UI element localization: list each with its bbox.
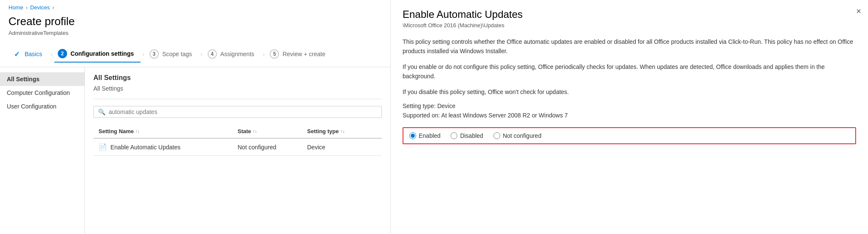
wizard-steps: ✓ Basics › 2 Configuration settings › 3 … [0, 41, 390, 67]
search-input[interactable] [109, 108, 377, 115]
radio-enabled-label: Enabled [419, 132, 440, 139]
row-setting-name: Enable Automatic Updates [110, 144, 180, 151]
step-divider-4: › [263, 51, 265, 57]
step-configuration-label: Configuration settings [70, 50, 134, 57]
step-configuration[interactable]: 2 Configuration settings [54, 46, 141, 63]
sidebar-item-user-config[interactable]: User Configuration [0, 100, 85, 113]
section-title: All Settings [93, 74, 382, 82]
radio-disabled-input[interactable] [451, 132, 457, 139]
col-state-label: State [238, 128, 251, 134]
col-setting-type[interactable]: Setting type ↑↓ [307, 128, 377, 134]
section-divider [93, 99, 382, 99]
step-divider-2: › [142, 51, 144, 57]
step-basics-num: ✓ [12, 49, 21, 59]
breadcrumb-devices[interactable]: Devices [30, 4, 50, 11]
sort-icon-type: ↑↓ [341, 129, 345, 134]
step-review-label: Review + create [282, 51, 325, 57]
sidebar-item-computer-config[interactable]: Computer Configuration [0, 86, 85, 100]
step-scope-num: 3 [149, 49, 159, 59]
search-icon: 🔍 [98, 108, 105, 115]
radio-not-configured-input[interactable] [493, 132, 500, 139]
search-bar[interactable]: 🔍 [93, 106, 382, 118]
step-basics-label: Basics [25, 51, 42, 57]
row-type: Device [307, 144, 377, 151]
step-review-num: 5 [270, 49, 279, 59]
page-title: Create profile [0, 13, 390, 29]
step-review[interactable]: 5 Review + create [266, 46, 332, 62]
breadcrumb-sep1: › [26, 4, 28, 11]
step-divider-1: › [51, 51, 53, 57]
close-button[interactable]: × [856, 7, 861, 15]
panel-setting-type: Setting type: Device [403, 103, 856, 109]
section-breadcrumb: All Settings [93, 85, 382, 92]
breadcrumb-home[interactable]: Home [8, 4, 23, 11]
panel-description-2: If you enable or do not configure this p… [403, 62, 856, 81]
breadcrumb-sep2: › [52, 4, 54, 11]
main-content: All Settings All Settings 🔍 Setting Name… [85, 67, 390, 234]
page-subtitle: AdministrativeTemplates [0, 29, 390, 41]
table-header: Setting Name ↑↓ State ↑↓ Setting type ↑↓ [93, 125, 382, 139]
sidebar-item-all-settings[interactable]: All Settings [0, 72, 85, 86]
radio-group: Enabled Disabled Not configured [403, 127, 856, 144]
step-assignments[interactable]: 4 Assignments [204, 46, 261, 62]
panel-path: \Microsoft Office 2016 (Machine)\Updates [403, 22, 856, 29]
col-setting-name[interactable]: Setting Name ↑↓ [99, 128, 238, 134]
step-assignments-num: 4 [208, 49, 217, 59]
table-row[interactable]: 📄 Enable Automatic Updates Not configure… [93, 139, 382, 156]
row-state: Not configured [238, 144, 307, 151]
row-name: 📄 Enable Automatic Updates [99, 143, 238, 151]
col-state[interactable]: State ↑↓ [238, 128, 307, 134]
content-area: All Settings Computer Configuration User… [0, 67, 390, 234]
panel-description-1: This policy setting controls whether the… [403, 37, 856, 56]
left-panel: Home › Devices › Create profile Administ… [0, 0, 391, 234]
step-configuration-num: 2 [58, 49, 67, 58]
radio-enabled-input[interactable] [409, 132, 416, 139]
settings-sidebar: All Settings Computer Configuration User… [0, 67, 85, 234]
panel-supported: Supported on: At least Windows Server 20… [403, 112, 856, 119]
file-icon: 📄 [99, 143, 107, 151]
right-panel: × Enable Automatic Updates \Microsoft Of… [391, 0, 868, 234]
step-divider-3: › [200, 51, 203, 57]
step-scope[interactable]: 3 Scope tags [146, 46, 199, 62]
step-assignments-label: Assignments [220, 51, 254, 57]
panel-description-3: If you disable this policy setting, Offi… [403, 87, 856, 97]
sort-icon-state: ↑↓ [253, 129, 257, 134]
col-setting-type-label: Setting type [307, 128, 338, 134]
radio-enabled[interactable]: Enabled [409, 132, 440, 139]
radio-not-configured-label: Not configured [503, 132, 541, 139]
col-setting-name-label: Setting Name [99, 128, 134, 134]
step-basics[interactable]: ✓ Basics [8, 46, 49, 62]
radio-not-configured[interactable]: Not configured [493, 132, 541, 139]
step-scope-label: Scope tags [162, 51, 192, 57]
sort-icon-name: ↑↓ [135, 129, 140, 134]
radio-disabled-label: Disabled [460, 132, 483, 139]
breadcrumb: Home › Devices › [0, 0, 390, 13]
radio-disabled[interactable]: Disabled [451, 132, 483, 139]
panel-title: Enable Automatic Updates [403, 9, 856, 20]
